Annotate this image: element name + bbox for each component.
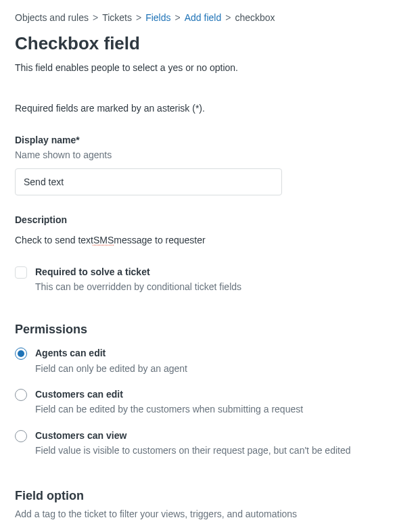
- radio-agents-edit[interactable]: [15, 348, 27, 360]
- description-field: Description Check to send text SMS messa…: [15, 213, 405, 247]
- permissions-title: Permissions: [15, 321, 405, 338]
- permission-option-title: Customers can view: [35, 429, 351, 442]
- field-option-title: Field option: [15, 487, 405, 504]
- permission-option-title: Customers can edit: [35, 387, 303, 401]
- permission-customers-edit[interactable]: Customers can edit Field can be edited b…: [15, 387, 405, 417]
- display-name-field: Display name* Name shown to agents: [15, 133, 405, 196]
- breadcrumb: Objects and rules > Tickets > Fields > A…: [15, 11, 405, 24]
- breadcrumb-objects[interactable]: Objects and rules: [15, 11, 89, 24]
- display-name-help: Name shown to agents: [15, 148, 405, 162]
- breadcrumb-add-field[interactable]: Add field: [185, 11, 221, 24]
- required-solve-row: Required to solve a ticket This can be o…: [15, 265, 405, 294]
- description-text-sms: SMS: [93, 233, 114, 247]
- chevron-right-icon: >: [93, 11, 98, 24]
- required-solve-desc: This can be overridden by conditional ti…: [35, 280, 241, 293]
- permission-option-desc: Field value is visible to customers on t…: [35, 444, 351, 457]
- radio-customers-view[interactable]: [15, 430, 27, 442]
- breadcrumb-tickets[interactable]: Tickets: [102, 11, 132, 24]
- chevron-right-icon: >: [136, 11, 141, 24]
- permission-agents-edit[interactable]: Agents can edit Field can only be edited…: [15, 346, 405, 375]
- chevron-right-icon: >: [225, 11, 231, 24]
- field-option-sub: Add a tag to the ticket to filter your v…: [15, 507, 405, 520]
- display-name-label: Display name*: [15, 133, 405, 147]
- breadcrumb-checkbox: checkbox: [235, 11, 275, 24]
- permission-option-title: Agents can edit: [35, 346, 187, 360]
- page-title: Checkbox field: [15, 31, 405, 57]
- chevron-right-icon: >: [175, 11, 181, 24]
- description-text-post: message to requester: [114, 233, 205, 247]
- radio-customers-edit[interactable]: [15, 389, 27, 401]
- breadcrumb-fields[interactable]: Fields: [145, 11, 170, 24]
- required-solve-title: Required to solve a ticket: [35, 265, 241, 279]
- permission-option-desc: Field can be edited by the customers whe…: [35, 402, 303, 416]
- permission-customers-view[interactable]: Customers can view Field value is visibl…: [15, 429, 405, 458]
- required-solve-checkbox[interactable]: [15, 266, 27, 279]
- description-input[interactable]: Check to send text SMS message to reques…: [15, 233, 405, 247]
- page-subtitle: This field enables people to select a ye…: [15, 61, 405, 74]
- description-label: Description: [15, 213, 405, 227]
- description-text-pre: Check to send text: [15, 233, 93, 247]
- required-note: Required fields are marked by an asteris…: [15, 101, 405, 115]
- display-name-input[interactable]: [15, 168, 282, 195]
- permission-option-desc: Field can only be edited by an agent: [35, 362, 187, 375]
